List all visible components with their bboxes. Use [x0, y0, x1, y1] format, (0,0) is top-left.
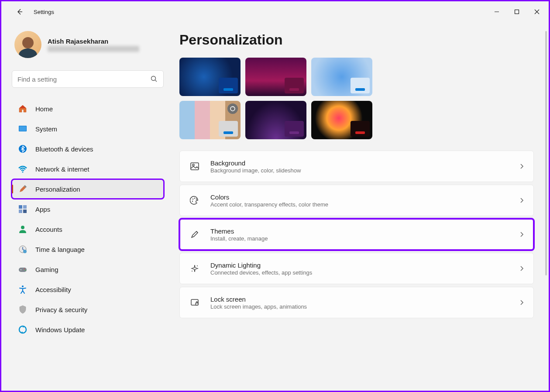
sidebar-item-label: Privacy & security: [35, 306, 87, 313]
palette-icon: [189, 196, 201, 205]
svg-point-16: [21, 269, 21, 270]
theme-preview-6[interactable]: [311, 101, 372, 139]
svg-point-23: [192, 164, 194, 166]
svg-rect-22: [191, 163, 199, 170]
sidebar-item-windows-update[interactable]: Windows Update: [12, 320, 164, 339]
theme-preview-4[interactable]: [179, 101, 241, 139]
privacy-icon: [18, 305, 28, 314]
svg-rect-31: [196, 303, 198, 305]
setting-row-themes[interactable]: ThemesInstall, create, manage: [179, 219, 534, 250]
svg-rect-11: [23, 210, 27, 213]
sidebar-item-label: Apps: [35, 206, 50, 213]
svg-point-19: [22, 285, 24, 287]
nav-list: HomeSystemBluetooth & devicesNetwork & i…: [12, 99, 164, 339]
update-icon: [18, 325, 28, 334]
sidebar-item-label: System: [35, 125, 57, 133]
svg-point-18: [25, 270, 26, 271]
theme-accent-preview: [219, 78, 238, 93]
search-input[interactable]: [17, 76, 150, 83]
theme-preview-5[interactable]: [245, 101, 306, 139]
sidebar-item-label: Home: [35, 105, 53, 113]
apps-icon: [18, 204, 28, 214]
minimize-button[interactable]: [487, 5, 507, 19]
setting-description: Background image, color, slideshow: [210, 167, 519, 174]
theme-accent-preview: [219, 121, 238, 137]
svg-rect-9: [23, 205, 27, 209]
sidebar-item-network-internet[interactable]: Network & internet: [12, 159, 164, 179]
gaming-icon: [18, 265, 28, 274]
sidebar-item-personalization[interactable]: Personalization: [12, 179, 164, 199]
svg-line-3: [155, 80, 157, 82]
scrollbar[interactable]: [545, 31, 547, 275]
search-icon: [150, 75, 158, 83]
sidebar-item-accessibility[interactable]: Accessibility: [12, 280, 164, 299]
setting-row-background[interactable]: BackgroundBackground image, color, slide…: [179, 151, 534, 182]
theme-preview-1[interactable]: [179, 58, 241, 96]
svg-rect-1: [515, 10, 519, 14]
sidebar-item-label: Time & language: [35, 246, 85, 253]
system-icon: [18, 124, 28, 134]
theme-preview-2[interactable]: [245, 58, 306, 96]
avatar: [14, 31, 41, 58]
svg-point-24: [192, 199, 193, 199]
sidebar-item-label: Gaming: [35, 266, 58, 273]
back-button[interactable]: [14, 6, 26, 18]
setting-row-dynamic-lighting[interactable]: Dynamic LightingConnected devices, effec…: [179, 253, 534, 284]
theme-accent-preview: [351, 121, 370, 137]
setting-title: Themes: [210, 227, 519, 235]
sidebar-item-label: Accessibility: [35, 286, 71, 293]
slideshow-badge-icon: [227, 103, 238, 114]
lockscreen-icon: [189, 298, 201, 307]
setting-description: Lock screen images, apps, animations: [210, 303, 519, 310]
arrow-left-icon: [16, 8, 23, 15]
svg-point-17: [24, 268, 25, 269]
svg-rect-15: [19, 268, 27, 272]
window-controls: [487, 5, 547, 19]
setting-row-colors[interactable]: ColorsAccent color, transparency effects…: [179, 185, 534, 216]
sidebar-item-label: Bluetooth & devices: [35, 145, 93, 153]
themes-preview-grid: [179, 58, 536, 139]
wifi-icon: [18, 164, 28, 174]
sparkle-icon: [189, 264, 201, 273]
search-box[interactable]: [12, 70, 164, 88]
sidebar-item-time-language[interactable]: Time & language: [12, 240, 164, 259]
chevron-right-icon: [519, 197, 525, 203]
brush-icon: [18, 184, 28, 194]
setting-title: Dynamic Lighting: [210, 261, 519, 269]
setting-title: Lock screen: [210, 296, 519, 303]
titlebar: Settings: [1, 1, 549, 22]
svg-point-12: [21, 226, 24, 229]
account-icon: [18, 224, 28, 234]
page-title: Personalization: [179, 32, 536, 48]
sidebar: Atish Rajasekharan HomeSystemBluetooth &…: [1, 22, 167, 391]
setting-row-lock-screen[interactable]: Lock screenLock screen images, apps, ani…: [179, 287, 534, 318]
main-content: Personalization BackgroundBackground ima…: [167, 22, 549, 391]
svg-rect-10: [19, 210, 22, 213]
home-icon: [18, 104, 28, 113]
sidebar-item-home[interactable]: Home: [12, 99, 164, 118]
setting-description: Connected devices, effects, app settings: [210, 269, 519, 276]
maximize-icon: [514, 9, 519, 14]
sidebar-item-gaming[interactable]: Gaming: [12, 260, 164, 279]
theme-accent-preview: [351, 78, 370, 93]
sidebar-item-system[interactable]: System: [12, 119, 164, 138]
close-button[interactable]: [527, 5, 547, 19]
sidebar-item-privacy-security[interactable]: Privacy & security: [12, 300, 164, 319]
bluetooth-icon: [18, 144, 28, 154]
minimize-icon: [494, 9, 499, 14]
svg-rect-8: [19, 205, 22, 209]
sidebar-item-accounts[interactable]: Accounts: [12, 220, 164, 239]
chevron-right-icon: [519, 163, 525, 169]
chevron-right-icon: [519, 265, 525, 272]
sidebar-item-apps[interactable]: Apps: [12, 199, 164, 219]
maximize-button[interactable]: [507, 5, 527, 19]
theme-accent-preview: [285, 78, 304, 93]
setting-title: Background: [210, 159, 519, 167]
svg-point-29: [192, 271, 192, 272]
sidebar-item-label: Accounts: [35, 226, 62, 233]
sidebar-item-bluetooth-devices[interactable]: Bluetooth & devices: [12, 139, 164, 158]
chevron-right-icon: [519, 231, 525, 237]
theme-preview-3[interactable]: [311, 58, 372, 96]
profile-section[interactable]: Atish Rajasekharan: [12, 31, 164, 58]
window-title: Settings: [34, 9, 54, 15]
